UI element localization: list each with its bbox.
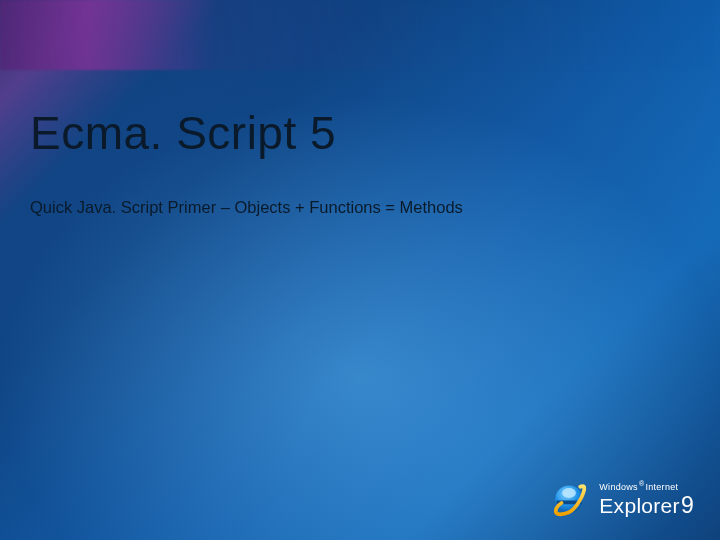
internet-explorer-icon — [549, 478, 589, 518]
slide-subtitle: Quick Java. Script Primer – Objects + Fu… — [30, 198, 463, 217]
logo-line1: Windows®Internet — [599, 480, 694, 492]
logo-windows-word: Windows — [599, 482, 638, 492]
logo-version-number: 9 — [681, 492, 694, 518]
slide-title: Ecma. Script 5 — [30, 106, 336, 160]
top-accent-band — [0, 0, 720, 70]
ie9-logo: Windows®Internet Explorer9 — [549, 478, 694, 518]
svg-point-1 — [562, 488, 576, 498]
slide: Ecma. Script 5 Quick Java. Script Primer… — [0, 0, 720, 540]
logo-line2: Explorer9 — [599, 494, 694, 517]
logo-explorer-word: Explorer — [599, 494, 680, 517]
logo-internet-word: Internet — [645, 482, 678, 492]
logo-text: Windows®Internet Explorer9 — [599, 480, 694, 517]
registered-mark: ® — [639, 480, 644, 487]
